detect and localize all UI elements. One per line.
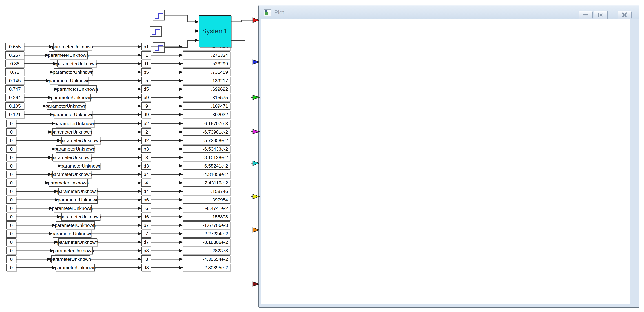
param-name-block[interactable]: i7 [142, 230, 151, 237]
parameter-block[interactable]: parameterUnknown [53, 230, 92, 237]
input-value-block[interactable]: 0 [6, 179, 16, 187]
output-value-block[interactable]: -.156898 [183, 213, 230, 221]
parameter-block[interactable]: parameterUnknown [61, 137, 100, 144]
output-value-block[interactable]: -8.10128e-2 [183, 154, 230, 161]
input-value-block[interactable]: 0 [6, 145, 16, 153]
input-value-block[interactable]: 0.257 [6, 51, 24, 59]
input-value-block[interactable]: 0 [6, 230, 16, 237]
output-value-block[interactable]: .139217 [183, 77, 230, 84]
param-name-block[interactable]: p1 [142, 43, 151, 51]
param-name-block[interactable]: d2 [142, 137, 151, 144]
output-value-block[interactable]: .315575 [183, 94, 230, 101]
output-value-block[interactable]: -2.43116e-2 [183, 179, 230, 187]
param-name-block[interactable]: i2 [142, 128, 151, 136]
input-value-block[interactable]: 0 [6, 162, 16, 170]
input-value-block[interactable]: 0.88 [6, 60, 24, 68]
param-name-block[interactable]: i4 [142, 179, 151, 187]
output-value-block[interactable]: .735489 [183, 68, 230, 76]
parameter-block[interactable]: parameterUnknown [52, 171, 91, 178]
system1-block[interactable]: System1 [199, 15, 231, 47]
input-value-block[interactable]: 0.655 [6, 43, 24, 51]
param-name-block[interactable]: i5 [142, 77, 151, 84]
parameter-block[interactable]: parameterUnknown [46, 102, 85, 110]
output-value-block[interactable]: .699692 [183, 85, 230, 93]
parameter-block[interactable]: parameterUnknown [52, 128, 91, 136]
output-value-block[interactable]: .109471 [183, 102, 230, 110]
param-name-block[interactable]: p4 [142, 171, 151, 178]
parameter-block[interactable]: parameterUnknown [51, 255, 90, 263]
parameter-block[interactable]: parameterUnknown [54, 68, 92, 76]
input-value-block[interactable]: 0.105 [6, 102, 24, 110]
output-value-block[interactable]: -5.72858e-2 [183, 137, 230, 144]
parameter-block[interactable]: parameterUnknown [58, 188, 97, 195]
param-name-block[interactable]: i9 [142, 102, 151, 110]
output-value-block[interactable]: .523299 [183, 60, 230, 68]
step-source-block[interactable] [150, 26, 162, 37]
output-value-block[interactable]: -.153746 [183, 188, 230, 195]
minimize-button[interactable] [578, 11, 593, 19]
param-name-block[interactable]: p2 [142, 120, 151, 127]
input-value-block[interactable]: 0 [6, 238, 16, 246]
param-name-block[interactable]: p5 [142, 68, 151, 76]
parameter-block[interactable]: parameterUnknown [52, 154, 91, 161]
output-value-block[interactable]: .302032 [183, 111, 230, 118]
input-value-block[interactable]: 0 [6, 188, 16, 195]
output-value-block[interactable]: -.282378 [183, 247, 230, 254]
param-name-block[interactable]: p6 [142, 196, 151, 204]
param-name-block[interactable]: i8 [142, 255, 151, 263]
parameter-block[interactable]: parameterUnknown [59, 196, 98, 204]
param-name-block[interactable]: d8 [142, 264, 151, 271]
param-name-block[interactable]: d1 [142, 60, 151, 68]
parameter-block[interactable]: parameterUnknown [62, 162, 100, 170]
input-value-block[interactable]: 0 [6, 213, 16, 221]
param-name-block[interactable]: i3 [142, 154, 151, 161]
input-value-block[interactable]: 0 [6, 137, 16, 144]
output-value-block[interactable]: -2.80395e-2 [183, 264, 230, 271]
output-value-block[interactable]: -6.16707e-3 [183, 120, 230, 127]
parameter-block[interactable]: parameterUnknown [57, 60, 96, 68]
input-value-block[interactable]: 0.121 [6, 111, 24, 118]
input-value-block[interactable]: 0 [6, 196, 16, 204]
input-value-block[interactable]: 0 [6, 204, 16, 212]
param-name-block[interactable]: d5 [142, 85, 151, 93]
parameter-block[interactable]: parameterUnknown [53, 43, 92, 51]
parameter-block[interactable]: parameterUnknown [49, 51, 88, 59]
output-value-block[interactable]: -2.27234e-2 [183, 230, 230, 237]
param-name-block[interactable]: d9 [142, 111, 151, 118]
input-value-block[interactable]: 0.145 [6, 77, 24, 84]
output-value-block[interactable]: -1.67706e-3 [183, 221, 230, 229]
input-value-block[interactable]: 0.264 [6, 94, 24, 101]
parameter-block[interactable]: parameterUnknown [61, 213, 100, 221]
maximize-button[interactable] [594, 11, 608, 19]
parameter-block[interactable]: parameterUnknown [56, 120, 94, 127]
param-name-block[interactable]: i6 [142, 204, 151, 212]
input-value-block[interactable]: 0 [6, 264, 16, 271]
parameter-block[interactable]: parameterUnknown [58, 85, 97, 93]
close-button[interactable] [618, 11, 632, 19]
input-value-block[interactable]: 0 [6, 247, 16, 254]
parameter-block[interactable]: parameterUnknown [53, 204, 92, 212]
input-value-block[interactable]: 0 [6, 154, 16, 161]
param-name-block[interactable]: p7 [142, 221, 151, 229]
param-name-block[interactable]: p9 [142, 94, 151, 101]
param-name-block[interactable]: p8 [142, 247, 151, 254]
output-value-block[interactable]: -8.18306e-2 [183, 238, 230, 246]
step-source-block[interactable] [153, 42, 165, 53]
input-value-block[interactable]: 0.747 [6, 85, 24, 93]
output-value-block[interactable]: -4.81059e-2 [183, 171, 230, 178]
input-value-block[interactable]: 0 [6, 221, 16, 229]
output-value-block[interactable]: -6.4741e-2 [183, 204, 230, 212]
input-value-block[interactable]: 0 [6, 120, 16, 127]
input-value-block[interactable]: 0 [6, 255, 16, 263]
parameter-block[interactable]: parameterUnknown [50, 77, 88, 84]
input-value-block[interactable]: 0 [6, 171, 16, 178]
parameter-block[interactable]: parameterUnknown [56, 264, 95, 271]
output-value-block[interactable]: .276334 [183, 51, 230, 59]
parameter-block[interactable]: parameterUnknown [49, 179, 88, 187]
parameter-block[interactable]: parameterUnknown [58, 238, 97, 246]
parameter-block[interactable]: parameterUnknown [54, 111, 92, 118]
input-value-block[interactable]: 0 [6, 128, 16, 136]
param-name-block[interactable]: d7 [142, 238, 151, 246]
plot-window-icon[interactable] [264, 9, 272, 16]
step-source-block[interactable] [153, 10, 165, 20]
